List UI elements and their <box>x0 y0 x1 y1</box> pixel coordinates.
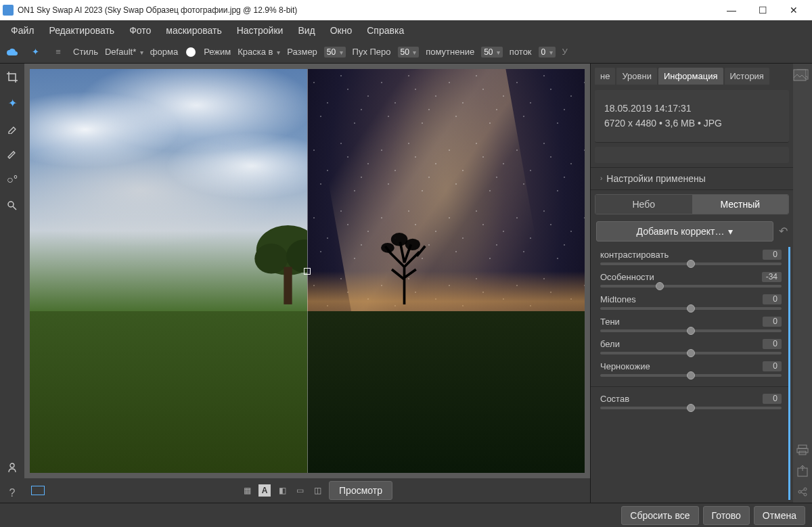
slider-track[interactable] <box>600 262 782 265</box>
menu-window[interactable]: Окно <box>323 22 359 39</box>
export-icon[interactable] <box>797 465 808 477</box>
svg-point-7 <box>405 239 420 250</box>
slider-thumb[interactable] <box>687 327 695 335</box>
tab-history[interactable]: История <box>725 68 769 85</box>
chevron-down-icon: ▾ <box>277 49 280 56</box>
slider-divider <box>591 386 788 387</box>
slider-track[interactable] <box>600 307 782 310</box>
tool-help[interactable]: ? <box>3 484 22 503</box>
reset-button[interactable]: Сбросить все <box>621 506 698 525</box>
svg-point-3 <box>254 244 288 273</box>
size-input[interactable]: 50 ▾ <box>324 47 346 58</box>
slider-Состав: Состав0 <box>600 394 782 409</box>
chevron-down-icon: ▾ <box>140 49 143 56</box>
slider-track[interactable] <box>600 329 782 332</box>
mode-label: Режим <box>204 47 231 57</box>
chevron-down-icon: ▾ <box>728 226 733 237</box>
feather-input[interactable]: 50 ▾ <box>398 47 420 58</box>
info-box: 18.05.2019 14:17:31 6720 x 4480 • 3,6 MB… <box>595 90 789 143</box>
tool-chisel[interactable] <box>3 145 22 164</box>
compare-c-icon[interactable]: ▭ <box>294 484 306 497</box>
style-label: Стиль <box>73 47 98 57</box>
slider-value[interactable]: 0 <box>763 339 782 349</box>
print-icon[interactable] <box>796 444 809 455</box>
tab-info[interactable]: Информация <box>658 68 723 85</box>
slider-Тени: Тени0 <box>600 317 782 332</box>
info-extra <box>595 147 789 163</box>
undo-icon[interactable]: ↶ <box>779 225 788 237</box>
slider-thumb[interactable] <box>687 404 695 412</box>
slider-value[interactable]: 0 <box>763 394 782 404</box>
menu-edit[interactable]: Редактировать <box>42 22 121 39</box>
slider-thumb[interactable] <box>687 260 695 268</box>
cancel-button[interactable]: Отмена <box>754 506 805 525</box>
split-handle[interactable] <box>304 268 311 275</box>
menu-help[interactable]: Справка <box>360 22 411 39</box>
tab-nav[interactable]: не <box>595 68 615 85</box>
color-swatch[interactable] <box>31 486 45 495</box>
tool-refine[interactable] <box>3 119 22 138</box>
minimize-button[interactable]: — <box>716 0 747 20</box>
preview-button[interactable]: Просмотр <box>329 481 392 500</box>
slider-thumb[interactable] <box>687 349 695 357</box>
chevron-right-icon: › <box>600 175 602 182</box>
opacity-input[interactable]: 50 ▾ <box>481 47 503 58</box>
window-title: ON1 Sky Swap AI 2023 (Sky Swap Образец ф… <box>18 5 716 15</box>
slider-value[interactable]: 0 <box>763 361 782 371</box>
canvas[interactable] <box>30 69 585 473</box>
tool-person[interactable] <box>3 458 22 477</box>
share-icon[interactable] <box>797 486 808 497</box>
slider-track[interactable] <box>600 352 782 354</box>
mode-dropdown[interactable]: Краска в ▾ <box>238 47 280 57</box>
panel-toggle-icon[interactable] <box>793 69 807 81</box>
align-icon[interactable]: ≡ <box>50 44 66 60</box>
more-indicator: У <box>562 47 568 57</box>
add-correction-dropdown[interactable]: Добавить коррект… ▾ <box>596 221 773 242</box>
slider-thumb[interactable] <box>687 304 695 313</box>
slider-label: бели <box>600 339 620 349</box>
menu-mask[interactable]: маскировать <box>159 22 228 39</box>
slider-value[interactable]: -34 <box>762 272 782 282</box>
style-dropdown[interactable]: Default* ▾ <box>105 47 143 57</box>
slider-label: контрастировать <box>600 250 669 260</box>
right-icon-strip <box>793 64 812 503</box>
size-label: Размер <box>287 47 317 57</box>
slider-value[interactable]: 0 <box>763 250 782 260</box>
slider-label: Состав <box>600 394 629 404</box>
tool-crop[interactable] <box>3 68 22 87</box>
compare-d-icon[interactable]: ◫ <box>311 484 323 497</box>
close-button[interactable]: ✕ <box>778 0 809 20</box>
menu-file[interactable]: Файл <box>4 22 41 39</box>
tool-brush[interactable]: ✦ <box>3 93 22 112</box>
slider-thumb[interactable] <box>687 371 695 380</box>
compare-a-icon[interactable]: A <box>258 484 271 497</box>
menu-settings[interactable]: Настройки <box>230 22 290 39</box>
slider-track[interactable] <box>600 374 782 377</box>
section-applied[interactable]: › Настройки применены <box>591 167 793 190</box>
compare-b-icon[interactable]: ◧ <box>276 484 288 497</box>
cloud-icon[interactable] <box>4 44 20 60</box>
section-label: Настройки применены <box>606 173 705 184</box>
slider-value[interactable]: 0 <box>763 294 782 304</box>
tool-blur[interactable]: ○° <box>3 170 22 189</box>
wand-icon[interactable]: ✦ <box>27 44 43 60</box>
shape-swatch[interactable] <box>186 47 196 57</box>
grid-icon[interactable]: ▦ <box>241 484 253 497</box>
menu-photo[interactable]: Фото <box>122 22 158 39</box>
svg-point-0 <box>8 202 14 207</box>
menu-view[interactable]: Вид <box>291 22 321 39</box>
done-button[interactable]: Готово <box>703 506 750 525</box>
slider-thumb[interactable] <box>656 282 664 290</box>
slider-track[interactable] <box>600 407 782 409</box>
slider-track[interactable] <box>600 285 782 288</box>
slider-value[interactable]: 0 <box>763 317 782 327</box>
slider-Midtones: Midtones0 <box>600 294 782 310</box>
mode-local[interactable]: Местный <box>692 195 789 214</box>
mode-sky[interactable]: Небо <box>595 195 692 214</box>
flow-input[interactable]: 0 ▾ <box>539 47 556 58</box>
maximize-button[interactable]: ☐ <box>747 0 778 20</box>
slider-Особенности: Особенности-34 <box>600 272 782 288</box>
shape-label: форма <box>150 47 178 57</box>
tab-levels[interactable]: Уровни <box>616 68 656 85</box>
tool-zoom[interactable] <box>3 196 22 215</box>
